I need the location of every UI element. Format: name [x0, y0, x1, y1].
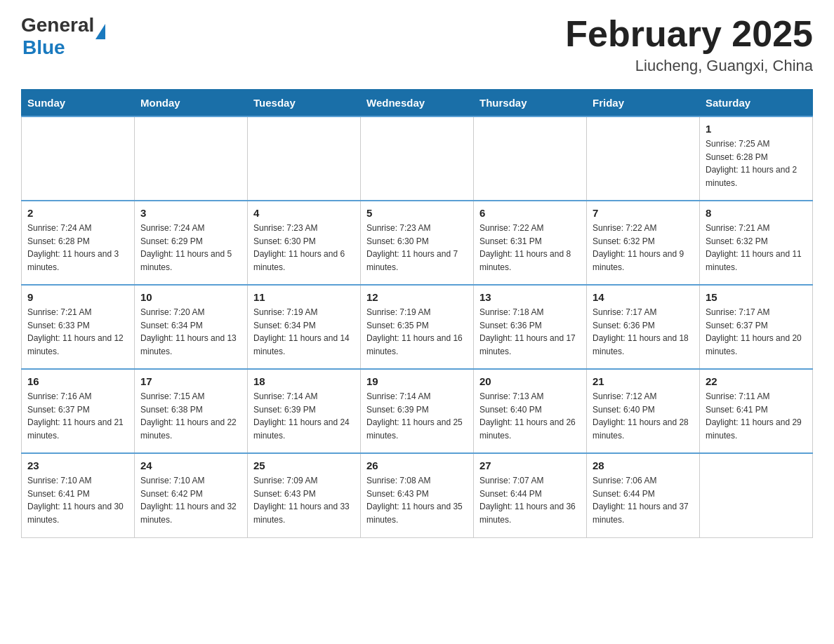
day-number: 3	[140, 207, 241, 219]
day-info: Sunrise: 7:18 AM Sunset: 6:36 PM Dayligh…	[479, 306, 581, 358]
day-number: 10	[140, 291, 241, 303]
weekday-header-tuesday: Tuesday	[248, 90, 361, 117]
location-title: Liucheng, Guangxi, China	[565, 57, 813, 75]
calendar-cell: 15Sunrise: 7:17 AM Sunset: 6:37 PM Dayli…	[700, 285, 813, 369]
day-info: Sunrise: 7:12 AM Sunset: 6:40 PM Dayligh…	[593, 390, 694, 442]
day-number: 18	[253, 375, 355, 387]
day-info: Sunrise: 7:15 AM Sunset: 6:38 PM Dayligh…	[140, 390, 241, 442]
calendar-cell	[587, 116, 700, 201]
calendar-cell: 2Sunrise: 7:24 AM Sunset: 6:28 PM Daylig…	[22, 201, 135, 285]
day-number: 21	[593, 375, 694, 387]
weekday-header-saturday: Saturday	[700, 90, 813, 117]
calendar-cell	[474, 116, 587, 201]
calendar-cell: 28Sunrise: 7:06 AM Sunset: 6:44 PM Dayli…	[587, 453, 700, 537]
calendar-cell	[361, 116, 474, 201]
logo: General Blue	[21, 14, 105, 59]
calendar-cell: 23Sunrise: 7:10 AM Sunset: 6:41 PM Dayli…	[22, 453, 135, 537]
day-number: 23	[27, 459, 128, 471]
calendar-cell: 4Sunrise: 7:23 AM Sunset: 6:30 PM Daylig…	[248, 201, 361, 285]
calendar-week-3: 9Sunrise: 7:21 AM Sunset: 6:33 PM Daylig…	[22, 285, 813, 369]
day-number: 12	[366, 291, 468, 303]
weekday-header-thursday: Thursday	[474, 90, 587, 117]
calendar-cell	[700, 453, 813, 537]
day-number: 5	[366, 207, 468, 219]
month-title: February 2025	[565, 14, 813, 54]
calendar-cell	[248, 116, 361, 201]
day-number: 27	[479, 459, 581, 471]
day-info: Sunrise: 7:21 AM Sunset: 6:33 PM Dayligh…	[27, 306, 128, 358]
day-number: 1	[706, 123, 807, 135]
weekday-header-wednesday: Wednesday	[361, 90, 474, 117]
day-info: Sunrise: 7:16 AM Sunset: 6:37 PM Dayligh…	[27, 390, 128, 442]
day-number: 14	[593, 291, 694, 303]
calendar-week-1: 1Sunrise: 7:25 AM Sunset: 6:28 PM Daylig…	[22, 116, 813, 201]
logo-blue-text: Blue	[22, 36, 65, 58]
day-number: 9	[27, 291, 128, 303]
calendar-cell: 11Sunrise: 7:19 AM Sunset: 6:34 PM Dayli…	[248, 285, 361, 369]
page-header: General Blue February 2025 Liucheng, Gua…	[21, 14, 813, 75]
calendar-cell	[135, 116, 248, 201]
calendar-cell: 18Sunrise: 7:14 AM Sunset: 6:39 PM Dayli…	[248, 369, 361, 453]
day-info: Sunrise: 7:22 AM Sunset: 6:31 PM Dayligh…	[479, 222, 581, 274]
calendar-cell: 26Sunrise: 7:08 AM Sunset: 6:43 PM Dayli…	[361, 453, 474, 537]
day-info: Sunrise: 7:14 AM Sunset: 6:39 PM Dayligh…	[366, 390, 468, 442]
day-number: 11	[253, 291, 355, 303]
day-info: Sunrise: 7:21 AM Sunset: 6:32 PM Dayligh…	[706, 222, 807, 274]
day-number: 15	[706, 291, 807, 303]
day-number: 28	[593, 459, 694, 471]
calendar-cell: 3Sunrise: 7:24 AM Sunset: 6:29 PM Daylig…	[135, 201, 248, 285]
day-number: 7	[593, 207, 694, 219]
day-number: 2	[27, 207, 128, 219]
calendar-week-5: 23Sunrise: 7:10 AM Sunset: 6:41 PM Dayli…	[22, 453, 813, 537]
day-info: Sunrise: 7:20 AM Sunset: 6:34 PM Dayligh…	[140, 306, 241, 358]
day-info: Sunrise: 7:22 AM Sunset: 6:32 PM Dayligh…	[593, 222, 694, 274]
calendar-cell: 8Sunrise: 7:21 AM Sunset: 6:32 PM Daylig…	[700, 201, 813, 285]
weekday-header-monday: Monday	[135, 90, 248, 117]
calendar-cell: 9Sunrise: 7:21 AM Sunset: 6:33 PM Daylig…	[22, 285, 135, 369]
day-info: Sunrise: 7:10 AM Sunset: 6:41 PM Dayligh…	[27, 474, 128, 526]
calendar-cell: 7Sunrise: 7:22 AM Sunset: 6:32 PM Daylig…	[587, 201, 700, 285]
calendar-cell: 20Sunrise: 7:13 AM Sunset: 6:40 PM Dayli…	[474, 369, 587, 453]
calendar-cell: 5Sunrise: 7:23 AM Sunset: 6:30 PM Daylig…	[361, 201, 474, 285]
day-info: Sunrise: 7:19 AM Sunset: 6:34 PM Dayligh…	[253, 306, 355, 358]
weekday-header-sunday: Sunday	[22, 90, 135, 117]
day-number: 17	[140, 375, 241, 387]
day-info: Sunrise: 7:14 AM Sunset: 6:39 PM Dayligh…	[253, 390, 355, 442]
calendar-cell: 12Sunrise: 7:19 AM Sunset: 6:35 PM Dayli…	[361, 285, 474, 369]
day-info: Sunrise: 7:23 AM Sunset: 6:30 PM Dayligh…	[366, 222, 468, 274]
day-info: Sunrise: 7:09 AM Sunset: 6:43 PM Dayligh…	[253, 474, 355, 526]
weekday-header-friday: Friday	[587, 90, 700, 117]
calendar-cell: 22Sunrise: 7:11 AM Sunset: 6:41 PM Dayli…	[700, 369, 813, 453]
calendar-cell: 24Sunrise: 7:10 AM Sunset: 6:42 PM Dayli…	[135, 453, 248, 537]
day-number: 26	[366, 459, 468, 471]
day-info: Sunrise: 7:10 AM Sunset: 6:42 PM Dayligh…	[140, 474, 241, 526]
calendar-cell: 19Sunrise: 7:14 AM Sunset: 6:39 PM Dayli…	[361, 369, 474, 453]
calendar-cell	[22, 116, 135, 201]
day-info: Sunrise: 7:06 AM Sunset: 6:44 PM Dayligh…	[593, 474, 694, 526]
calendar-cell: 13Sunrise: 7:18 AM Sunset: 6:36 PM Dayli…	[474, 285, 587, 369]
calendar-cell: 10Sunrise: 7:20 AM Sunset: 6:34 PM Dayli…	[135, 285, 248, 369]
day-info: Sunrise: 7:24 AM Sunset: 6:29 PM Dayligh…	[140, 222, 241, 274]
day-info: Sunrise: 7:23 AM Sunset: 6:30 PM Dayligh…	[253, 222, 355, 274]
title-block: February 2025 Liucheng, Guangxi, China	[565, 14, 813, 75]
day-number: 22	[706, 375, 807, 387]
calendar-cell: 25Sunrise: 7:09 AM Sunset: 6:43 PM Dayli…	[248, 453, 361, 537]
calendar-cell: 17Sunrise: 7:15 AM Sunset: 6:38 PM Dayli…	[135, 369, 248, 453]
logo-general-text: General	[21, 14, 94, 36]
day-number: 8	[706, 207, 807, 219]
day-info: Sunrise: 7:08 AM Sunset: 6:43 PM Dayligh…	[366, 474, 468, 526]
calendar-cell: 27Sunrise: 7:07 AM Sunset: 6:44 PM Dayli…	[474, 453, 587, 537]
calendar-cell: 14Sunrise: 7:17 AM Sunset: 6:36 PM Dayli…	[587, 285, 700, 369]
day-number: 16	[27, 375, 128, 387]
day-info: Sunrise: 7:17 AM Sunset: 6:36 PM Dayligh…	[593, 306, 694, 358]
calendar-cell: 6Sunrise: 7:22 AM Sunset: 6:31 PM Daylig…	[474, 201, 587, 285]
day-info: Sunrise: 7:07 AM Sunset: 6:44 PM Dayligh…	[479, 474, 581, 526]
weekday-header-row: SundayMondayTuesdayWednesdayThursdayFrid…	[22, 90, 813, 117]
calendar-cell: 21Sunrise: 7:12 AM Sunset: 6:40 PM Dayli…	[587, 369, 700, 453]
calendar-cell: 16Sunrise: 7:16 AM Sunset: 6:37 PM Dayli…	[22, 369, 135, 453]
day-number: 6	[479, 207, 581, 219]
day-number: 4	[253, 207, 355, 219]
day-number: 25	[253, 459, 355, 471]
day-number: 13	[479, 291, 581, 303]
day-info: Sunrise: 7:13 AM Sunset: 6:40 PM Dayligh…	[479, 390, 581, 442]
